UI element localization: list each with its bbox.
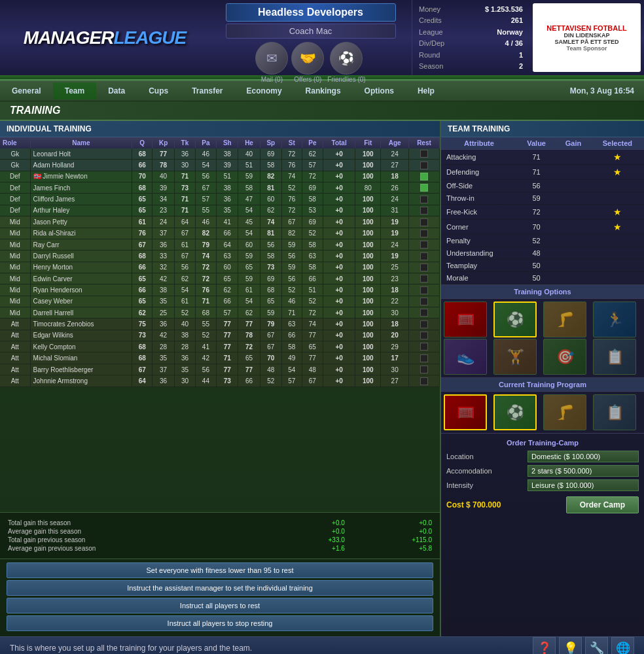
cell-rest[interactable]	[408, 205, 439, 216]
training-option-8[interactable]: 📋	[593, 339, 636, 375]
cell-name[interactable]: Ryan Henderson	[30, 284, 132, 296]
cell-name[interactable]: Timocrates Zenobios	[30, 318, 132, 330]
cell-name[interactable]: Edwin Carver	[30, 273, 132, 284]
attr-selected[interactable]: ★	[591, 150, 644, 165]
cell-pa: 71	[195, 296, 216, 307]
player-table-scroll[interactable]: Role Name Q Kp Tk Pa Sh He Sp St Pe Tota…	[0, 137, 440, 512]
cell-fit: 100	[355, 148, 381, 160]
cell-kp: 24	[152, 216, 175, 228]
cell-rest[interactable]	[408, 284, 439, 296]
cell-rest[interactable]	[408, 375, 439, 387]
help-icon[interactable]: ❓	[533, 637, 556, 655]
cell-name[interactable]: Michal Slomian	[30, 353, 132, 364]
cell-rest[interactable]	[408, 216, 439, 228]
nav-cups[interactable]: Cups	[137, 82, 180, 99]
cell-total: +0	[323, 364, 355, 375]
mail-icon[interactable]: ✉	[255, 42, 288, 75]
cell-name[interactable]: Arthur Haley	[30, 205, 132, 216]
attr-selected[interactable]: ★	[591, 220, 644, 235]
cell-sh: 66	[217, 228, 238, 239]
cell-rest[interactable]	[408, 171, 439, 182]
attr-selected[interactable]: ★	[591, 165, 644, 180]
training-option-3[interactable]: 🦵	[543, 301, 586, 337]
camp-location-select[interactable]: Domestic ($ 100.000)	[528, 451, 639, 462]
cell-rest[interactable]	[408, 194, 439, 205]
cell-name[interactable]: Adam Holland	[30, 160, 132, 171]
cell-name[interactable]: Clifford James	[30, 194, 132, 205]
nav-options[interactable]: Options	[353, 82, 406, 99]
friendlies-icon[interactable]: ⚽	[330, 42, 363, 75]
btn-set-rest[interactable]: Set everyone with fitness lower than 95 …	[7, 562, 433, 578]
attr-selected[interactable]	[591, 192, 644, 205]
camp-accomodation-select[interactable]: 2 stars ($ 500.000)	[528, 465, 639, 477]
cell-rest[interactable]	[408, 353, 439, 364]
cell-name[interactable]: James Finch	[30, 182, 132, 194]
training-option-7[interactable]: 🎯	[543, 339, 586, 375]
offers-icon[interactable]: 🤝	[291, 42, 324, 75]
cell-rest[interactable]	[408, 330, 439, 341]
cell-rest[interactable]	[408, 182, 439, 194]
cell-name[interactable]: Leonard Holt	[30, 148, 132, 160]
cell-rest[interactable]	[408, 307, 439, 318]
cell-name[interactable]: Darrell Harrell	[30, 307, 132, 318]
cell-name[interactable]: Jason Petty	[30, 216, 132, 228]
cell-rest[interactable]	[408, 148, 439, 160]
order-camp-button[interactable]: Order Camp	[566, 496, 639, 513]
cell-rest[interactable]	[408, 273, 439, 284]
cell-rest[interactable]	[408, 341, 439, 353]
cell-name[interactable]: Ray Carr	[30, 239, 132, 250]
cell-rest[interactable]	[408, 250, 439, 262]
col-fit: Fit	[355, 137, 381, 148]
current-program-2[interactable]: ⚽	[493, 394, 537, 430]
btn-assistant[interactable]: Instruct the assistant manager to set th…	[7, 580, 433, 596]
cell-name[interactable]: Kelly Compton	[30, 341, 132, 353]
camp-intensity-select[interactable]: Leisure ($ 100.000)	[528, 479, 639, 491]
cell-name[interactable]: Henry Morton	[30, 262, 132, 273]
nav-help[interactable]: Help	[406, 82, 446, 99]
nav-rankings[interactable]: Rankings	[294, 82, 353, 99]
cell-rest[interactable]	[408, 160, 439, 171]
training-option-4[interactable]: 🏃	[593, 301, 636, 337]
attr-selected[interactable]	[591, 247, 644, 260]
training-option-2[interactable]: ⚽	[493, 301, 537, 337]
attr-selected[interactable]	[591, 260, 644, 272]
cell-rest[interactable]	[408, 318, 439, 330]
current-program-3[interactable]: 🦵	[543, 394, 586, 430]
btn-stop-rest[interactable]: Instruct all players to stop resting	[7, 615, 433, 631]
friendlies-nav[interactable]: ⚽ Friendlies (0)	[327, 42, 365, 83]
sponsor-banner[interactable]: NETTAVISEN FOTBALL DIN LIDENSKAP SAMLET …	[533, 3, 641, 72]
cell-name[interactable]: Darryl Russell	[30, 250, 132, 262]
current-program-4[interactable]: 📋	[593, 394, 636, 430]
attr-selected[interactable]: ★	[591, 205, 644, 220]
training-option-6[interactable]: 🏋️	[493, 339, 537, 375]
cell-rest[interactable]	[408, 262, 439, 273]
offers-nav[interactable]: 🤝 Offers (0)	[291, 42, 324, 83]
cell-rest[interactable]	[408, 296, 439, 307]
nav-general[interactable]: General	[0, 82, 53, 99]
btn-all-rest[interactable]: Instruct all players to rest	[7, 598, 433, 613]
nav-transfer[interactable]: Transfer	[180, 82, 234, 99]
attr-selected[interactable]	[591, 235, 644, 247]
training-option-1[interactable]: 🥅	[444, 301, 487, 337]
col-rest: Rest	[408, 137, 439, 148]
wrench-icon[interactable]: 🔧	[585, 637, 608, 655]
cell-rest[interactable]	[408, 364, 439, 375]
cell-name[interactable]: Barry Roethlisberger	[30, 364, 132, 375]
cell-name[interactable]: 🇳🇴 Jimmie Newton	[30, 171, 132, 182]
attr-selected[interactable]	[591, 180, 644, 192]
cell-name[interactable]: Edgar Wilkins	[30, 330, 132, 341]
nav-data[interactable]: Data	[96, 82, 137, 99]
globe-icon[interactable]: 🌐	[611, 637, 634, 655]
cell-name[interactable]: Johnnie Armstrong	[30, 375, 132, 387]
cell-name[interactable]: Rida al-Shirazi	[30, 228, 132, 239]
cell-rest[interactable]	[408, 239, 439, 250]
attr-selected[interactable]	[591, 272, 644, 284]
bulb-icon[interactable]: 💡	[559, 637, 582, 655]
cell-name[interactable]: Casey Weber	[30, 296, 132, 307]
nav-team[interactable]: Team	[53, 82, 96, 99]
nav-economy[interactable]: Economy	[235, 82, 294, 99]
current-program-1[interactable]: 🥅	[444, 394, 487, 430]
mail-nav[interactable]: ✉ Mail (0)	[255, 42, 288, 83]
training-option-5[interactable]: 👟	[444, 339, 487, 375]
cell-rest[interactable]	[408, 228, 439, 239]
